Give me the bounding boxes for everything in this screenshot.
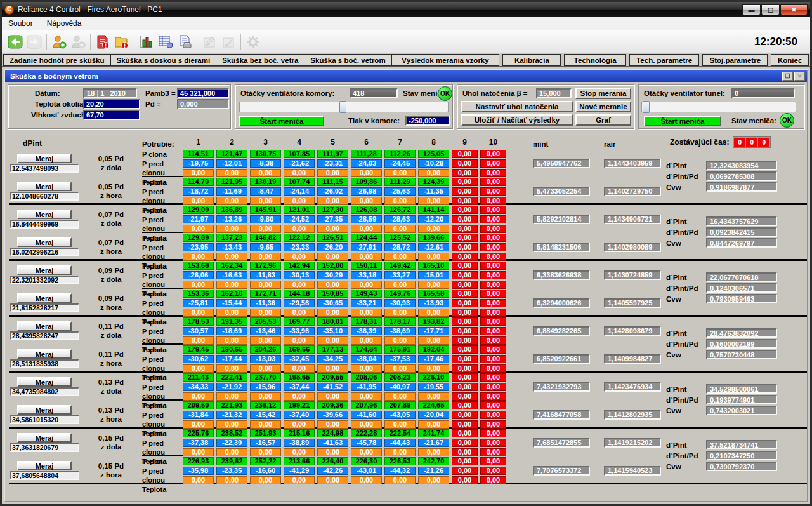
cell-r2-c5: 0,00 (317, 448, 348, 456)
tab-tech-parametre[interactable]: Tech. parametre (629, 54, 699, 66)
humidity-field[interactable]: 67,70 (83, 110, 140, 120)
tunnel-fan-slider-thumb[interactable] (643, 101, 650, 113)
date-month: 1 (98, 90, 107, 97)
measurement-group-0-09-pd: Meraj22,32013320920,09 Pdz dolaP clonaP … (9, 261, 807, 317)
rair-value: 1,1423476934 (604, 382, 661, 392)
cell-r1-c9: 0,00 (452, 243, 478, 251)
cell-r1-c8: -12,61 (418, 243, 449, 251)
temperature-field[interactable]: 20,20 (83, 99, 140, 109)
meraj-button-1-1[interactable]: Meraj (17, 237, 72, 247)
chamber-start-inverter-button[interactable]: Štart meniča (239, 116, 324, 126)
pd-position-label: 0,05 Pdz hora (80, 182, 142, 200)
meraj-button-2-0[interactable]: Meraj (17, 265, 72, 275)
row-label-p-clona: P clona (142, 457, 183, 467)
graph-button[interactable]: Graf (575, 114, 631, 126)
minimize-button[interactable]: ▬ (742, 4, 761, 15)
chamber-fan-slider-thumb[interactable] (339, 101, 346, 113)
cell-r0-c9: 0,00 (452, 234, 478, 242)
tab-technologia[interactable]: Technológia (564, 54, 626, 66)
tab-stoj-parametre[interactable]: Stoj.parametre (702, 54, 768, 66)
cell-r1-c4: -24,52 (284, 215, 315, 223)
menu-soubor[interactable]: Soubor (7, 18, 34, 29)
mint-value: 7,6851472855 (533, 438, 590, 448)
meraj-button-5-0[interactable]: Meraj (17, 433, 72, 443)
tab-vysledok-merania-vzorky[interactable]: Výsledok merania vzorky (392, 54, 500, 66)
cell-r2-c9: 0,00 (452, 336, 478, 345)
cell-r2-c3: 0,00 (250, 281, 281, 289)
remaining-time-digit-2: 0 (758, 138, 769, 147)
tab-skuska-s-boc-vetrom[interactable]: Skúška s boč. vetrom (304, 54, 391, 66)
trend-chart-icon[interactable] (137, 33, 156, 51)
cell-r2-c4: 0,00 (284, 336, 315, 345)
tab-zadanie-hodnot-pre-skusku[interactable]: Zadanie hodnôt pre skúšku (3, 54, 111, 66)
meraj-button-1-0[interactable]: Meraj (17, 210, 72, 219)
data-cells: 129,09136,89145,91121,01127,30126,08126,… (183, 206, 506, 233)
maximize-button[interactable]: ▢ (761, 4, 780, 15)
cell-r2-c1: 0,00 (183, 364, 214, 373)
meraj-button-4-1[interactable]: Meraj (17, 405, 72, 415)
cell-r1-c6: -43,01 (351, 467, 382, 475)
result-value-dpint: 37,5218734741 (706, 440, 777, 449)
cell-r0-c9: 0,00 (452, 373, 478, 382)
result-label-dpint: d`Pint (666, 274, 703, 281)
cell-r0-c2: 162,34 (216, 262, 247, 270)
data-cells: 226,93239,62252,22213,66226,40226,30226,… (183, 457, 506, 484)
meraj-button-0-1[interactable]: Meraj (17, 182, 72, 191)
pd-field: 0,000 (177, 99, 229, 109)
chamber-fan-slider[interactable] (239, 102, 449, 112)
menu-napoveda[interactable]: Nápověda (46, 18, 83, 29)
pd-position-label: 0,11 Pdz dola (80, 322, 142, 340)
meraj-button-2-1[interactable]: Meraj (17, 293, 72, 303)
cell-r1-c9: 0,00 (452, 439, 478, 447)
result-value-dpint: 34,5298500061 (706, 384, 777, 394)
user-login-icon[interactable] (49, 33, 69, 51)
save-load-results-button[interactable]: Uložiť / Načítať výsledky (461, 114, 573, 126)
report-print-icon[interactable] (175, 33, 194, 51)
position-label: z hora (80, 247, 142, 256)
meraj-button-4-0[interactable]: Meraj (17, 377, 72, 387)
event-log-icon[interactable] (112, 33, 131, 51)
tunnel-start-inverter-button[interactable]: Štart meniča (644, 116, 721, 126)
pd-position-label: 0,15 Pdz hora (80, 462, 142, 479)
tunnel-fan-slider[interactable] (641, 102, 796, 112)
new-measure-button[interactable]: Nové meranie (575, 101, 631, 112)
mint-value: 7,7076573372 (533, 466, 590, 476)
meraj-button-3-1[interactable]: Meraj (17, 349, 72, 359)
alarm-log-icon[interactable] (93, 33, 112, 51)
cell-r0-c8: 242,70 (418, 457, 449, 465)
tab-skuska-bez-boc-vetra[interactable]: Skúška bez boč. vetra (216, 54, 304, 66)
tab-skuska-s-doskou-s-dierami[interactable]: Skúška s doskou s dierami (111, 54, 217, 66)
cell-r1-c2: -22,39 (216, 439, 247, 447)
rair-value: 1,1430724859 (604, 270, 661, 280)
data-table-icon[interactable] (156, 33, 175, 51)
close-button[interactable]: ✕ (780, 4, 808, 15)
result-label-cvw: Cvw (666, 407, 703, 415)
pd-position-label: 0,07 Pdz dola (80, 210, 142, 228)
pd-position-label: 0,09 Pdz dola (80, 266, 142, 284)
mdi-restore-button[interactable]: ❐ (782, 72, 793, 81)
group-results: d`Pint22,0677070618d`Pint/Pd0,1240306571… (661, 261, 796, 315)
stop-measure-button[interactable]: Stop merania (575, 88, 631, 99)
meraj-button-5-1[interactable]: Meraj (17, 461, 72, 470)
meraj-button-3-0[interactable]: Meraj (17, 321, 72, 331)
column-header-6: 6 (351, 138, 382, 148)
back-icon[interactable] (6, 33, 25, 51)
cell-r2-c10: 0,00 (480, 197, 506, 205)
tab-koniec[interactable]: Koniec (771, 54, 809, 66)
mdi-title-bar: Skúška s bočným vetrom ❐ ✕ (5, 70, 807, 82)
tab-kalibracia[interactable]: Kalibrácia (502, 54, 561, 66)
pamb3-field[interactable]: 45 321,000 (177, 88, 229, 98)
pd-value-label: 0,15 Pd (80, 462, 142, 470)
date-field[interactable]: 18 1 2010 (83, 88, 137, 98)
result-label-dpint: d`Pint (666, 218, 703, 225)
cell-r1-c7: -37,53 (384, 355, 416, 363)
meraj-button-0-0[interactable]: Meraj (17, 154, 72, 163)
cell-r1-c9: 0,00 (452, 271, 478, 279)
remaining-time-digit-0: 0 (734, 138, 745, 147)
set-angle-button[interactable]: Nastaviť uhol natočenia (461, 101, 573, 112)
group-results: d`Pint12,3243083954d`Pint/Pd0,0692785308… (661, 149, 796, 203)
mdi-close-button[interactable]: ✕ (794, 72, 805, 81)
pd-value-label: 0,05 Pd (80, 154, 142, 163)
cell-r1-c5: -41,63 (317, 439, 348, 447)
row-label-p-pred-clonou: P pred clonou (142, 327, 183, 345)
